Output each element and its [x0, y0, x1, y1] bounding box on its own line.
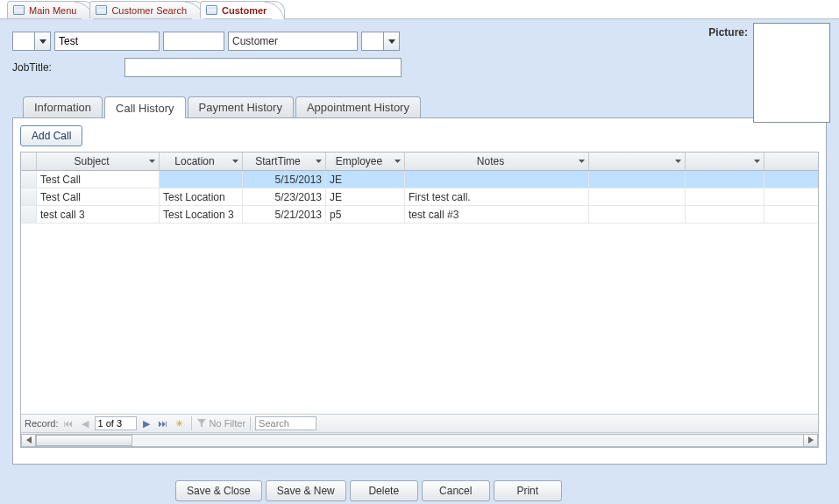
cell-empty[interactable]	[686, 171, 764, 188]
chevron-down-icon[interactable]	[34, 32, 50, 50]
row-selector-header[interactable]	[21, 153, 37, 170]
nav-next-button[interactable]: ▶	[139, 416, 153, 430]
filter-indicator[interactable]: No Filter	[196, 418, 246, 429]
tab-label: Customer	[222, 5, 267, 16]
chevron-down-icon[interactable]	[230, 155, 240, 167]
record-position-field[interactable]	[95, 416, 137, 430]
chevron-down-icon[interactable]	[576, 155, 587, 167]
call-history-panel: Add Call Subject Location StartTime Empl…	[12, 117, 827, 465]
chevron-down-icon[interactable]	[383, 32, 399, 50]
separator	[250, 416, 251, 430]
cell-location[interactable]: Test Location 3	[160, 206, 243, 224]
cell-empty[interactable]	[686, 188, 764, 206]
col-header-empty[interactable]	[764, 153, 818, 170]
nav-last-button[interactable]: ⏭	[156, 416, 170, 430]
tab-call-history[interactable]: Call History	[104, 96, 185, 118]
table-row[interactable]: test call 3 Test Location 3 5/21/2013 p5…	[21, 206, 818, 224]
cell-empty[interactable]	[764, 188, 818, 206]
cell-empty[interactable]	[764, 206, 818, 224]
col-header-empty[interactable]	[589, 153, 686, 170]
tab-main-menu[interactable]: Main Menu	[7, 1, 95, 18]
cell-empty[interactable]	[589, 188, 686, 206]
chevron-down-icon[interactable]	[146, 155, 157, 167]
detail-section: Information Call History Payment History…	[0, 96, 839, 473]
form-icon	[13, 5, 25, 15]
cell-subject[interactable]: Test Call	[37, 171, 160, 188]
nav-first-button[interactable]: ⏮	[61, 416, 75, 430]
form-icon	[96, 5, 107, 15]
cell-empty[interactable]	[589, 171, 686, 188]
tab-payment-history[interactable]: Payment History	[188, 96, 294, 117]
record-search-field[interactable]	[255, 416, 316, 430]
picture-box[interactable]	[753, 23, 830, 123]
cell-subject[interactable]: Test Call	[37, 188, 160, 206]
scroll-right-button[interactable]	[803, 434, 818, 447]
cell-notes[interactable]: test call #3	[405, 206, 589, 224]
cell-employee[interactable]: p5	[326, 206, 405, 224]
prefix-combo[interactable]	[12, 32, 51, 51]
grid-header: Subject Location StartTime Employee Note…	[21, 153, 818, 171]
picture-label: Picture:	[708, 26, 748, 39]
cell-starttime[interactable]: 5/15/2013	[243, 171, 326, 188]
last-name-value: Customer	[229, 35, 357, 47]
delete-button[interactable]: Delete	[350, 480, 418, 501]
row-selector[interactable]	[21, 171, 37, 188]
cell-location[interactable]: Test Location	[160, 188, 243, 206]
cancel-button[interactable]: Cancel	[422, 480, 490, 501]
table-row[interactable]: Test Call 5/15/2013 JE	[21, 171, 818, 188]
window-tab-bar: Main Menu Customer Search Customer	[0, 0, 839, 19]
cell-employee[interactable]: JE	[326, 171, 405, 188]
col-header-empty[interactable]	[686, 153, 764, 170]
customer-form-header: Customer JobTitle: Picture:	[0, 19, 839, 96]
job-title-field[interactable]	[124, 58, 402, 77]
tab-customer[interactable]: Customer	[200, 1, 285, 18]
print-button[interactable]: Print	[494, 480, 562, 501]
col-header-subject[interactable]: Subject	[37, 153, 160, 170]
scroll-track[interactable]	[36, 434, 803, 447]
cell-subject[interactable]: test call 3	[37, 206, 160, 224]
job-title-label: JobTitle:	[12, 61, 74, 74]
cell-empty[interactable]	[764, 171, 818, 188]
suffix-combo[interactable]	[361, 32, 400, 51]
cell-notes[interactable]	[405, 171, 589, 188]
first-name-field[interactable]	[54, 32, 160, 51]
cell-empty[interactable]	[686, 206, 764, 224]
scroll-thumb[interactable]	[36, 435, 132, 446]
cell-location[interactable]	[160, 171, 243, 188]
horizontal-scrollbar[interactable]	[21, 432, 818, 447]
scroll-left-button[interactable]	[21, 434, 36, 447]
filter-icon	[196, 418, 207, 429]
row-selector[interactable]	[21, 206, 37, 224]
save-close-button[interactable]: Save & Close	[175, 480, 262, 501]
chevron-down-icon[interactable]	[672, 155, 683, 167]
nav-new-button[interactable]: ✳	[173, 416, 187, 430]
form-icon	[206, 5, 217, 15]
col-header-starttime[interactable]: StartTime	[243, 153, 326, 170]
chevron-down-icon[interactable]	[392, 155, 402, 167]
cell-empty[interactable]	[589, 206, 686, 224]
cell-starttime[interactable]: 5/23/2013	[243, 188, 326, 206]
nav-prev-button[interactable]: ◀	[78, 416, 92, 430]
middle-name-field[interactable]	[163, 32, 224, 51]
record-label: Record:	[25, 418, 59, 429]
cell-employee[interactable]: JE	[326, 188, 405, 206]
add-call-button[interactable]: Add Call	[20, 125, 82, 146]
col-header-employee[interactable]: Employee	[326, 153, 405, 170]
tab-customer-search[interactable]: Customer Search	[89, 1, 205, 18]
chevron-down-icon[interactable]	[313, 155, 324, 167]
tab-appointment-history[interactable]: Appointment History	[295, 96, 421, 117]
col-header-location[interactable]: Location	[160, 153, 243, 170]
save-new-button[interactable]: Save & New	[266, 480, 346, 501]
section-tabs: Information Call History Payment History…	[12, 96, 827, 117]
tab-label: Customer Search	[111, 5, 187, 16]
row-selector[interactable]	[21, 188, 37, 206]
grid-body: Test Call 5/15/2013 JE Test Call Test Lo…	[21, 171, 818, 414]
chevron-down-icon[interactable]	[751, 155, 762, 167]
cell-notes[interactable]: First test call.	[405, 188, 589, 206]
table-row[interactable]: Test Call Test Location 5/23/2013 JE Fir…	[21, 188, 818, 206]
cell-starttime[interactable]: 5/21/2013	[243, 206, 326, 224]
col-header-notes[interactable]: Notes	[405, 153, 589, 170]
last-name-combo[interactable]: Customer	[228, 32, 358, 51]
tab-information[interactable]: Information	[23, 96, 103, 117]
record-navigator: Record: ⏮ ◀ ▶ ⏭ ✳ No Filter	[21, 414, 818, 432]
